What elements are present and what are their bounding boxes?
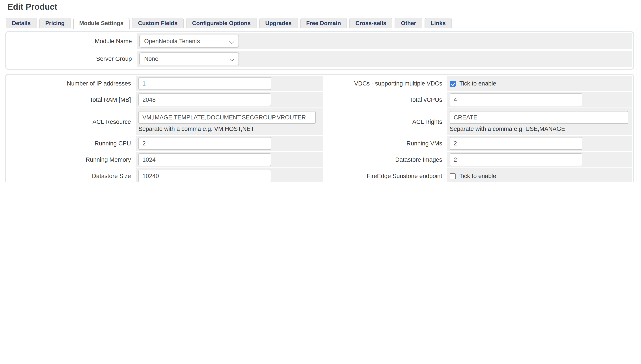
acl-rights-help: Separate with a comma e.g. USE,MANAGE xyxy=(450,126,565,132)
acl-resource-input[interactable] xyxy=(138,111,316,124)
module-settings-panel: Module Name OpenNebula Tenants Server Gr… xyxy=(2,28,637,182)
tab-links[interactable]: Links xyxy=(425,18,452,28)
vdcs-label: VDCs - supporting multiple VDCs xyxy=(323,76,447,91)
num-ip-label: Number of IP addresses xyxy=(7,76,136,91)
running-cpu-label: Running CPU xyxy=(7,136,136,151)
total-vcpus-label: Total vCPUs xyxy=(323,92,447,108)
tab-other[interactable]: Other xyxy=(395,18,422,28)
tab-module-settings[interactable]: Module Settings xyxy=(73,18,130,29)
vdcs-checkbox[interactable] xyxy=(450,80,456,86)
module-name-label: Module Name xyxy=(7,33,137,49)
chevron-down-icon xyxy=(229,39,235,44)
running-memory-label: Running Memory xyxy=(7,152,136,168)
row-acl: ACL Resource Separate with a comma e.g. … xyxy=(7,108,632,135)
datastore-images-input[interactable] xyxy=(450,153,582,166)
tab-pricing[interactable]: Pricing xyxy=(39,18,71,28)
tab-custom-fields[interactable]: Custom Fields xyxy=(132,18,184,28)
edit-product-page: Edit Product Details Pricing Module Sett… xyxy=(0,0,641,182)
fireedge-label: FireEdge Sunstone endpoint xyxy=(323,168,447,182)
running-cpu-input[interactable] xyxy=(138,137,271,150)
server-group-label: Server Group xyxy=(7,51,137,67)
datastore-images-label: Datastore Images xyxy=(323,152,447,168)
server-group-row: Server Group None xyxy=(7,51,632,67)
module-name-row: Module Name OpenNebula Tenants xyxy=(7,33,632,49)
acl-rights-input[interactable] xyxy=(450,111,628,124)
acl-resource-label: ACL Resource xyxy=(7,108,136,135)
row-ip-vdcs: Number of IP addresses VDCs - supporting… xyxy=(7,76,632,91)
chevron-down-icon xyxy=(229,57,235,62)
page-title: Edit Product xyxy=(8,2,57,12)
row-ram-vcpus: Total RAM [MB] Total vCPUs xyxy=(7,92,632,108)
tab-bar: Details Pricing Module Settings Custom F… xyxy=(6,18,452,29)
server-group-select[interactable]: None xyxy=(139,52,239,65)
running-vms-input[interactable] xyxy=(450,137,582,150)
num-ip-input[interactable] xyxy=(138,77,271,90)
server-group-selected-value: None xyxy=(144,56,159,62)
tab-configurable-options[interactable]: Configurable Options xyxy=(186,18,257,28)
tab-upgrades[interactable]: Upgrades xyxy=(259,18,298,28)
running-memory-input[interactable] xyxy=(138,153,271,166)
module-select-section: Module Name OpenNebula Tenants Server Gr… xyxy=(5,31,634,70)
module-name-select[interactable]: OpenNebula Tenants xyxy=(139,35,239,48)
total-ram-label: Total RAM [MB] xyxy=(7,92,136,108)
row-size-fireedge: Datastore Size FireEdge Sunstone endpoin… xyxy=(7,168,632,182)
acl-rights-label: ACL Rights xyxy=(323,108,447,135)
vdcs-checkbox-label: Tick to enable xyxy=(459,80,496,87)
datastore-size-input[interactable] xyxy=(138,170,271,182)
tab-details[interactable]: Details xyxy=(6,18,37,28)
row-cpu-vms: Running CPU Running VMs xyxy=(7,136,632,151)
acl-resource-help: Separate with a comma e.g. VM,HOST,NET xyxy=(138,126,254,132)
fireedge-checkbox-label: Tick to enable xyxy=(459,173,496,179)
datastore-size-label: Datastore Size xyxy=(7,168,136,182)
module-name-selected-value: OpenNebula Tenants xyxy=(144,38,200,44)
row-memory-images: Running Memory Datastore Images xyxy=(7,152,632,168)
module-options-section: Number of IP addresses VDCs - supporting… xyxy=(5,74,634,182)
tab-cross-sells[interactable]: Cross-sells xyxy=(349,18,393,28)
running-vms-label: Running VMs xyxy=(323,136,447,151)
total-vcpus-input[interactable] xyxy=(450,94,582,106)
tab-free-domain[interactable]: Free Domain xyxy=(300,18,347,28)
fireedge-checkbox[interactable] xyxy=(450,173,456,179)
total-ram-input[interactable] xyxy=(138,94,271,106)
